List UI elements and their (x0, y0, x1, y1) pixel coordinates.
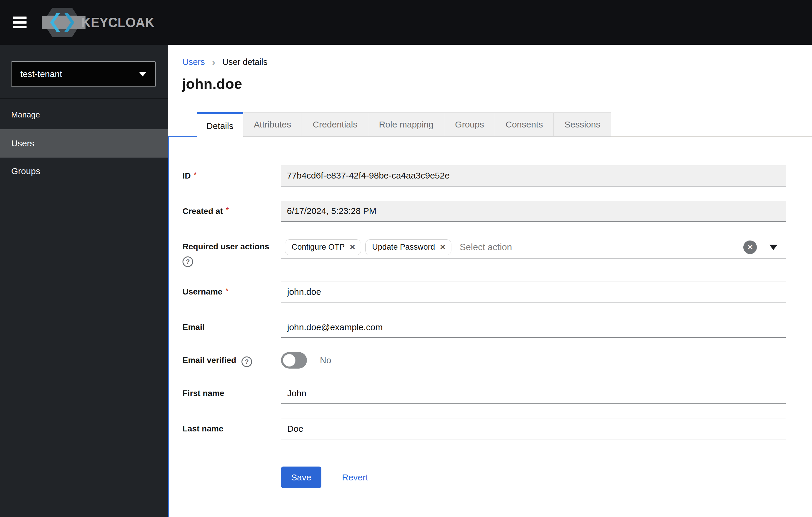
keycloak-logo-icon (41, 5, 86, 40)
last-name-label: Last name (182, 424, 224, 433)
tab-credentials[interactable]: Credentials (301, 112, 368, 136)
username-label: Username (182, 287, 222, 296)
tab-details[interactable]: Details (197, 112, 243, 138)
form-row-required-user-actions: Required user actions ? Configure OTP ✕ … (182, 236, 786, 267)
chip-update-password: Update Password ✕ (365, 239, 452, 255)
required-user-actions-label: Required user actions (182, 242, 269, 251)
realm-selector[interactable]: test-tenant (11, 61, 156, 87)
breadcrumb-current: User details (222, 57, 267, 67)
nav-section-manage: Manage (11, 110, 40, 119)
toggle-knob (283, 354, 295, 366)
page-title: john.doe (182, 76, 242, 92)
tab-sessions[interactable]: Sessions (553, 112, 611, 136)
tab-attributes[interactable]: Attributes (243, 112, 302, 136)
caret-down-icon (139, 72, 147, 76)
email-verified-state: No (320, 355, 331, 365)
username-field[interactable] (281, 281, 786, 302)
created-at-field[interactable] (281, 201, 786, 222)
sidebar-item-label: Users (11, 138, 34, 148)
breadcrumb-users-link[interactable]: Users (182, 57, 205, 67)
tab-consents[interactable]: Consents (495, 112, 554, 136)
masthead: KEYCLOAK (0, 0, 812, 45)
email-field[interactable] (281, 317, 786, 338)
email-label: Email (182, 323, 205, 332)
email-verified-label: Email verified (182, 355, 236, 365)
required-asterisk: * (225, 286, 228, 295)
form-row-email: Email (182, 317, 786, 338)
first-name-label: First name (182, 389, 224, 398)
save-button[interactable]: Save (281, 466, 321, 488)
first-name-field[interactable] (281, 383, 786, 404)
chip-configure-otp: Configure OTP ✕ (285, 239, 361, 255)
id-label: ID (182, 171, 191, 180)
user-detail-tabs: Details Attributes Credentials Role mapp… (197, 112, 812, 137)
form-row-last-name: Last name (182, 418, 786, 439)
select-action-input[interactable] (460, 239, 743, 256)
clear-selections-icon[interactable]: ✕ (743, 241, 757, 254)
form-row-username: Username* (182, 281, 786, 302)
main-content: Users › User details john.doe Details At… (168, 45, 812, 517)
breadcrumb: Users › User details (182, 57, 267, 67)
details-tab-panel: ID* Created at* Required user actions ? (168, 136, 812, 517)
sidebar-divider (0, 98, 168, 99)
chip-remove-icon[interactable]: ✕ (349, 243, 355, 251)
keycloak-brand[interactable]: KEYCLOAK (41, 5, 157, 40)
required-asterisk: * (226, 206, 229, 215)
form-row-id: ID* (182, 165, 786, 187)
help-icon[interactable]: ? (241, 356, 252, 367)
form-row-created-at: Created at* (182, 201, 786, 222)
form-row-first-name: First name (182, 383, 786, 404)
hamburger-menu-icon[interactable] (13, 17, 27, 28)
form-actions: Save Revert (281, 466, 786, 488)
required-asterisk: * (194, 170, 197, 179)
tab-groups[interactable]: Groups (444, 112, 494, 136)
sidebar-item-label: Groups (11, 166, 40, 176)
help-icon[interactable]: ? (182, 256, 193, 267)
required-user-actions-select[interactable]: Configure OTP ✕ Update Password ✕ ✕ (281, 236, 786, 258)
id-field[interactable] (281, 165, 786, 187)
email-verified-toggle[interactable] (281, 352, 307, 369)
form-row-email-verified: Email verified ? No (182, 352, 786, 369)
chip-remove-icon[interactable]: ✕ (440, 243, 446, 251)
revert-link[interactable]: Revert (342, 472, 368, 483)
select-caret-down-icon[interactable] (769, 245, 778, 250)
tab-role-mapping[interactable]: Role mapping (368, 112, 444, 136)
sidebar-item-users[interactable]: Users (0, 129, 168, 158)
sidebar-nav: test-tenant Manage Users Groups (0, 45, 168, 517)
last-name-field[interactable] (281, 418, 786, 439)
sidebar-item-groups[interactable]: Groups (0, 158, 168, 185)
created-at-label: Created at (182, 207, 223, 216)
realm-selector-value: test-tenant (20, 69, 139, 79)
breadcrumb-separator-icon: › (212, 58, 215, 66)
brand-wordmark: KEYCLOAK (81, 15, 154, 30)
